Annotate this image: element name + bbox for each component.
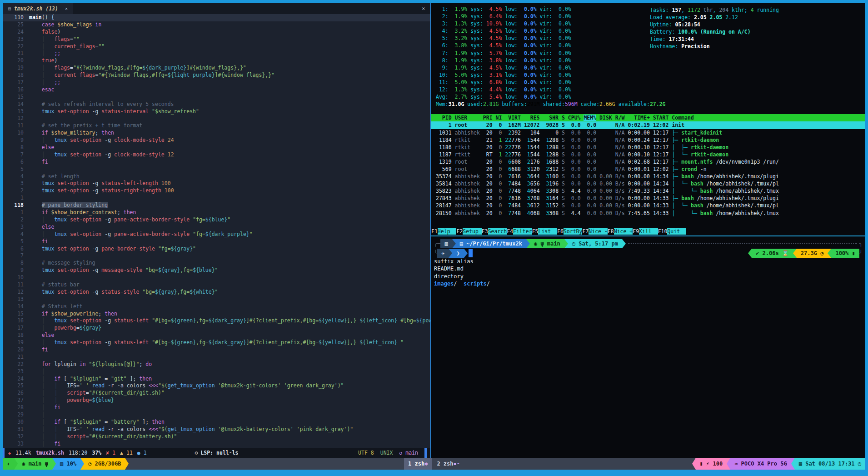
process-row[interactable]: 35814 abhishek 20 0 7484 3656 3196 S 0.0…	[431, 180, 865, 187]
code-line: 17 │ powerbg=${gray}	[3, 325, 430, 332]
statusline-center: ⚙ LSP: null-ls	[195, 450, 238, 456]
code-line: 7 │ tmux set-option -g clock-mode-style …	[3, 151, 430, 159]
process-row[interactable]: 28147 abhishek 20 0 7484 3612 3152 S 0.0…	[431, 202, 865, 209]
cpu-row: Avg: 2.7% sys: 5.4% low: 0.0% vir: 0.0%	[436, 93, 865, 100]
process-table: PID USER PRI NI VIRT RES SHR S CPU% MEM%…	[431, 114, 865, 216]
code-line: 19 │ tmux set-option -g status-left "#[b…	[3, 339, 430, 346]
fkey-f1[interactable]: F1Help	[431, 228, 456, 235]
fkey-f5[interactable]: F5List	[532, 228, 557, 235]
code-line: 14 # sets refresh interval to every 5 se…	[3, 101, 430, 108]
function-key-bar: F1Help F2Setup F3SearchF4FilterF5List F6…	[431, 228, 865, 235]
code-line: 23 │ flags=""	[3, 36, 430, 43]
prompt-line-1: ╭─▥▤ ~/Pr/Gi/Pr/tmux2k◉ ψ main◷ Sat, 5:1…	[434, 239, 863, 248]
code-line: 22 for lplugin in "${lplugins[@]}"; do	[3, 361, 430, 368]
code-line: 19 │ flags="#{?window_flags,#[fg=${dark_…	[3, 65, 430, 72]
ram-segment: 27.3G ◔	[797, 249, 828, 258]
tab-close-icon[interactable]: ✕	[65, 6, 68, 11]
code-line: 18 │ current_flags="#{?window_flags,#[fg…	[3, 72, 430, 79]
process-row[interactable]: 1 root 20 0 162M 12072 9028 S 0.0 0.0 N/…	[431, 121, 865, 129]
code-line: 110main() {	[3, 14, 430, 21]
powerline-arrow-icon	[125, 458, 129, 470]
tabline-close-icon[interactable]: ✕	[416, 5, 430, 11]
process-row[interactable]: 1031 abhishek 20 0 2392 104 0 S 0.0 0.0 …	[431, 129, 865, 136]
fkey-f9[interactable]: F9Kill	[633, 228, 658, 235]
process-row[interactable]: 569 root 20 0 6688 3120 2312 S 0.0 0.0 N…	[431, 165, 865, 173]
code-line: 15 if $show_powerline; then	[3, 311, 430, 318]
statusline-left: ◆ 11.4k tmux2k.sh 118:20 37% ✘ 1 ▲ 11 ● …	[5, 450, 147, 456]
battery-segment: 100% ▮	[831, 249, 859, 258]
cpu-row: 11: 5.0% sys: 6.8% low: 0.0% vir: 0.0%	[436, 79, 865, 86]
cwd-segment: ▤ ~/Pr/Gi/Pr/tmux2k	[456, 239, 526, 248]
powerline-arrow-icon	[564, 239, 568, 248]
text-cursor[interactable]	[469, 249, 473, 257]
process-row[interactable]: 35374 abhishek 20 0 7616 3644 3100 S 0.0…	[431, 173, 865, 180]
shell-pane[interactable]: ╭─▥▤ ~/Pr/Gi/Pr/tmux2k◉ ψ main◷ Sat, 5:1…	[431, 236, 865, 458]
editor-pane[interactable]: ▤ tmux2k.sh (13) ✕ ✕ 110main() {25 case …	[3, 3, 430, 458]
fkey-f3[interactable]: F3Search	[482, 228, 507, 235]
code-line: 30 │ if [ "$lplugin" = "battery" ]; then	[3, 419, 430, 426]
fkey-f7[interactable]: F7Nice -	[582, 228, 607, 235]
process-table-header: PID USER PRI NI VIRT RES SHR S CPU% MEM%…	[431, 114, 865, 121]
powerline-arrow-icon	[14, 458, 18, 470]
process-row[interactable]: 35823 abhishek 20 0 7748 4064 3308 S 4.4…	[431, 187, 865, 195]
info-line: Load average: 2.05 2.05 2.12	[650, 14, 779, 21]
prompt-filler-dots	[628, 243, 857, 244]
system-info: Tasks: 157, 1172 thr, 204 kthr; 4 runnin…	[650, 6, 779, 50]
statusline-right: UTF-8 UNIX ↺ main	[358, 448, 430, 458]
code-line: 5	[3, 166, 430, 173]
code-line: 14 # Status left	[3, 303, 430, 311]
command-output: suffix aliasREADME.mddirectoryimages/ sc…	[434, 258, 863, 288]
process-row[interactable]: 28150 abhishek 20 0 7748 4068 3308 S 4.4…	[431, 210, 865, 217]
output-line: images/ scripts/	[434, 280, 863, 287]
prompt-line-2: ╰✈❯✔ 2.06s ⌛27.3G ◔100% ▮╯	[434, 248, 863, 258]
editor-tab[interactable]: ▤ tmux2k.sh (13) ✕	[3, 3, 73, 14]
process-row[interactable]: 1186 rtkit 20 0 22776 1544 1288 S 0.0 0.…	[431, 144, 865, 151]
code-line: 31 │ │ IFS=' ' read -r -a colors <<<"$(g…	[3, 426, 430, 433]
code-line: 10	[3, 274, 430, 281]
fkey-f6[interactable]: F6SortBy	[557, 228, 582, 235]
fkey-f4[interactable]: F4Filter	[507, 228, 532, 235]
window-tab-1[interactable]: 1 zsh✱	[404, 458, 432, 470]
process-row[interactable]: 27843 abhishek 20 0 7616 3708 3164 S 0.0…	[431, 195, 865, 202]
error-count: ✘ 1	[106, 450, 115, 456]
code-line: 6 fi	[3, 159, 430, 166]
warning-count: ▲ 11	[120, 450, 133, 456]
info-line: Uptime: 05:28:54	[650, 21, 779, 28]
powerline-arrow-icon	[449, 249, 452, 258]
fkey-f2[interactable]: F2Setup	[456, 228, 481, 235]
distro-icon: ▥	[440, 239, 452, 248]
window-tab-2[interactable]: 2 zsh▪-	[433, 458, 464, 470]
code-line: 15	[3, 94, 430, 101]
git-segment: ◉ main ψ	[18, 458, 52, 470]
cpu-row: 9: 1.9% sys: 4.5% low: 0.0% vir: 0.0%	[436, 64, 865, 71]
cpu-row: 12: 1.3% sys: 4.4% low: 0.0% vir: 0.0%	[436, 86, 865, 93]
process-row[interactable]: 1187 rtkit RT 1 22776 1544 1288 S 0.0 0.…	[431, 151, 865, 158]
process-row[interactable]: 1319 root 20 0 6608 2176 1688 S 0.0 0.0 …	[431, 158, 865, 165]
exec-time-segment: ✔ 2.06s ⌛	[752, 249, 793, 258]
powerline-arrow-icon	[622, 239, 626, 248]
cpu-row: 7: 1.9% sys: 5.7% low: 0.0% vir: 0.0%	[436, 50, 865, 57]
code-line: 13 tmux set-option -g status-interval "$…	[3, 108, 430, 115]
powerline-arrow-icon	[452, 239, 456, 248]
battery-segment: ▮ ⚡ 100	[696, 458, 727, 470]
output-line: README.md	[434, 265, 863, 272]
code-line: 28 │ fi	[3, 404, 430, 411]
code-area[interactable]: 110main() {25 case $show_flags in24 fals…	[3, 14, 430, 448]
shield-icon: ◆	[8, 451, 11, 456]
fkey-f10[interactable]: F10Quit	[658, 228, 686, 235]
powerline-arrow-icon	[793, 249, 797, 258]
file-icon: ▤	[8, 6, 11, 11]
code-line: 18 else	[3, 332, 430, 339]
fkey-f8[interactable]: F8Nice +	[608, 228, 633, 235]
tab-title: tmux2k.sh (13)	[14, 5, 58, 12]
code-line: 23 │	[3, 368, 430, 376]
code-line: 3 tmux set-option -g status-left-length …	[3, 180, 430, 187]
system-monitor-pane[interactable]: 1: 1.9% sys: 4.5% low: 0.0% vir: 0.0% 2:…	[431, 3, 865, 235]
powerline-arrow-icon	[464, 249, 468, 258]
code-line: 11 # set the prefix + t time format	[3, 122, 430, 130]
tmux-status-bar: ✈◉ main ψ▥ 10%◔ 2GB/30GB 1 zsh✱2 zsh▪- ▮…	[3, 458, 865, 470]
info-line: Hostname: Precision	[650, 43, 779, 50]
code-line: 24 │ if [ "$lplugin" = "git" ]; then	[3, 376, 430, 383]
code-line: 20 true)	[3, 57, 430, 65]
process-row[interactable]: 1184 rtkit 21 1 22776 1544 1288 S 0.0 0.…	[431, 136, 865, 144]
